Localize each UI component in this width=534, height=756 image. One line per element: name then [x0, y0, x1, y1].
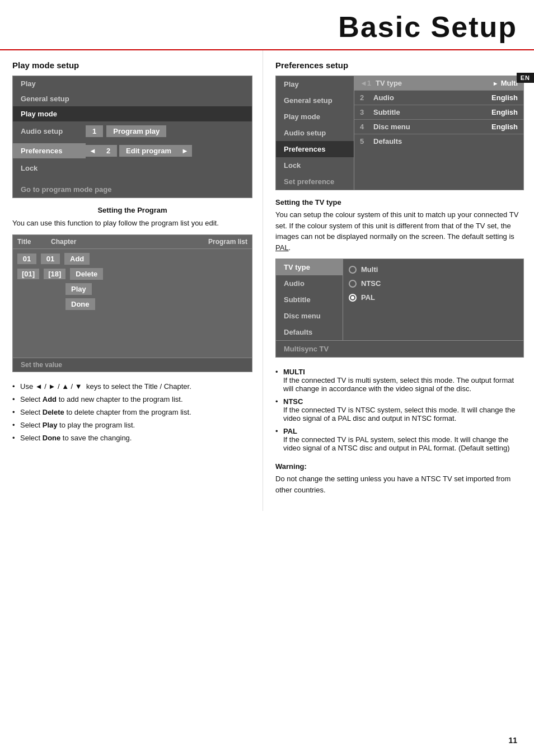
pref-audio-label: Audio — [373, 93, 491, 102]
option-edit-program-num: 2 — [100, 145, 117, 157]
menu-item-play[interactable]: Play — [13, 76, 252, 91]
table-row: 01 01 Add — [13, 251, 252, 266]
tv-nav-tvtype[interactable]: TV type — [276, 259, 343, 275]
col-program-list: Program list — [129, 238, 247, 246]
tv-type-heading: Setting the TV type — [275, 198, 524, 206]
pref-nav-lock[interactable]: Lock — [276, 157, 354, 173]
list-item-ntsc: NTSCIf the connected TV is NTSC system, … — [275, 395, 524, 425]
page-title: Basic Setup — [0, 10, 517, 44]
cell-title-2: [01] — [17, 269, 39, 279]
warning-text: Do not change the setting unless you hav… — [275, 473, 524, 495]
tv-menu-inner: TV type Audio Subtitle Disc menu Default… — [276, 259, 523, 340]
list-item: Use ◄ / ► / ▲ / ▼ keys to select the Tit… — [12, 380, 252, 393]
program-table-body: 01 01 Add [01] [18] Delete Play — [13, 249, 252, 358]
pref-discmenu-value: English — [491, 123, 518, 131]
right-section-title: Preferences setup — [275, 60, 524, 70]
pref-audio-value: English — [491, 93, 518, 102]
pref-nav-audio[interactable]: Audio setup — [276, 125, 354, 141]
setting-program-heading: Setting the Program — [12, 206, 252, 214]
tv-right-options: Multi NTSC PAL — [343, 259, 523, 340]
list-item-multi: MULTIIf the connected TV is multi system… — [275, 365, 524, 395]
arrow-right-icon: ► — [178, 145, 192, 157]
add-button[interactable]: Add — [64, 253, 90, 265]
tv-option-pal[interactable]: PAL — [349, 290, 518, 304]
pref-arrow-right-icon: ► — [493, 80, 499, 87]
warning-label: Warning: — [275, 462, 524, 471]
pref-subtitle-label: Subtitle — [373, 108, 491, 116]
col-action — [90, 238, 129, 246]
pref-options: ◄1 TV type ► Multi 2 Audio English 3 Sub… — [354, 76, 523, 190]
cell-chapter-1: 01 — [41, 253, 60, 264]
done-button[interactable]: Done — [65, 298, 95, 310]
pref-option-tvtype[interactable]: ◄1 TV type ► Multi — [354, 76, 523, 91]
tv-multisync-label: Multisync TV — [276, 340, 523, 357]
goto-program-mode[interactable]: Go to program mode page — [13, 181, 252, 198]
option-program-play-num: 1 — [86, 125, 103, 137]
pref-option-discmenu[interactable]: 4 Disc menu English — [354, 120, 523, 134]
pref-num-4: 4 — [360, 123, 369, 131]
delete-button[interactable]: Delete — [70, 268, 103, 280]
program-table-header: Title Chapter Program list — [13, 235, 252, 249]
radio-ntsc-icon — [349, 280, 357, 288]
tv-option-ntsc[interactable]: NTSC — [349, 276, 518, 290]
list-item: Select Done to save the changing. — [12, 431, 252, 444]
menu-item-general-setup[interactable]: General setup — [13, 91, 252, 106]
menu-item-lock[interactable]: Lock — [13, 161, 252, 176]
right-bullet-list: MULTIIf the connected TV is multi system… — [275, 365, 524, 454]
pref-nav-play[interactable]: Play — [276, 76, 354, 92]
col-chapter: Chapter — [51, 238, 90, 246]
pref-left-nav: Play General setup Play mode Audio setup… — [276, 76, 354, 190]
pref-defaults-label: Defaults — [373, 137, 518, 145]
setting-program-text: You can use this function to play follow… — [12, 218, 252, 229]
option-edit-program-label: Edit program — [119, 145, 178, 157]
tv-pal-label: PAL — [361, 293, 375, 302]
pref-num-5: 5 — [360, 137, 369, 145]
tv-nav-subtitle[interactable]: Subtitle — [276, 292, 343, 308]
tv-nav-audio[interactable]: Audio — [276, 275, 343, 292]
page-header: Basic Setup — [0, 0, 534, 50]
pref-subtitle-value: English — [491, 108, 518, 116]
pref-option-defaults[interactable]: 5 Defaults — [354, 134, 523, 148]
spacer — [13, 176, 252, 181]
list-item: Select Add to add new chapter to the pro… — [12, 393, 252, 406]
col-title: Title — [17, 238, 51, 246]
left-column: Play mode setup Play General setup Play … — [0, 50, 263, 511]
pref-discmenu-label: Disc menu — [373, 123, 491, 131]
pref-arrow-left-icon: ◄1 — [360, 79, 371, 87]
arrow-left-icon: ◄ — [86, 145, 100, 157]
pref-nav-general[interactable]: General setup — [276, 92, 354, 109]
table-row-empty — [13, 341, 252, 355]
pref-tvtype-label: TV type — [376, 79, 490, 87]
list-item-pal: PALIf the connected TV is PAL system, se… — [275, 425, 524, 454]
left-section-title: Play mode setup — [12, 60, 252, 70]
main-content: Play mode setup Play General setup Play … — [0, 50, 534, 511]
tv-nav-defaults[interactable]: Defaults — [276, 324, 343, 340]
right-column: Preferences setup Play General setup Pla… — [263, 50, 534, 511]
tv-type-menu: TV type Audio Subtitle Disc menu Default… — [275, 259, 524, 358]
pref-option-audio[interactable]: 2 Audio English — [354, 91, 523, 105]
table-row: Done — [13, 297, 252, 312]
tv-nav-discmenu[interactable]: Disc menu — [276, 308, 343, 324]
menu-item-play-mode[interactable]: Play mode — [13, 106, 252, 121]
tv-left-nav: TV type Audio Subtitle Disc menu Default… — [276, 259, 343, 340]
radio-multi-icon — [349, 266, 357, 274]
tv-ntsc-label: NTSC — [361, 279, 381, 288]
pref-option-subtitle[interactable]: 3 Subtitle English — [354, 105, 523, 120]
menu-item-preferences[interactable]: Preferences — [13, 143, 86, 158]
pref-tvtype-value: Multi — [501, 79, 518, 87]
menu-item-audio-setup[interactable]: Audio setup — [13, 124, 86, 139]
en-badge: EN — [517, 73, 534, 83]
option-row-2: Preferences ◄ 2 Edit program ► — [13, 141, 252, 161]
pref-num-2: 2 — [360, 93, 369, 102]
pref-nav-setpref[interactable]: Set preference — [276, 173, 354, 190]
play-button[interactable]: Play — [65, 283, 92, 295]
list-item: Select Play to play the program list. — [12, 419, 252, 431]
tv-multi-label: Multi — [361, 265, 378, 274]
set-value-bar: Set the value — [13, 358, 252, 372]
pref-nav-playmode[interactable]: Play mode — [276, 109, 354, 125]
tv-option-multi[interactable]: Multi — [349, 262, 518, 276]
tv-type-text: You can setup the colour system of this … — [275, 209, 524, 253]
preferences-menu: Play General setup Play mode Audio setup… — [275, 76, 524, 190]
option-program-play-label: Program play — [106, 125, 166, 137]
pref-nav-preferences[interactable]: Preferences — [276, 141, 354, 157]
